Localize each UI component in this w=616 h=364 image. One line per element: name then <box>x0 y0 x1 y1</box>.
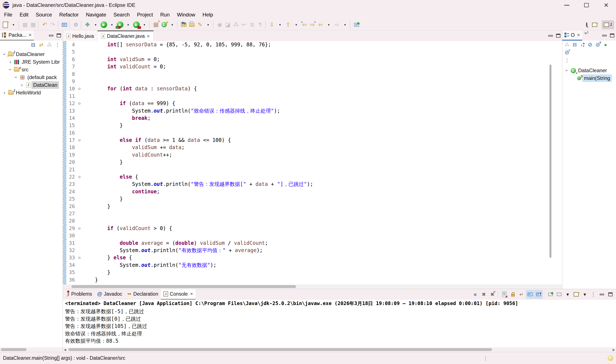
collapse-all-button[interactable]: ⊟ <box>571 41 579 48</box>
minimize-view-button[interactable] <box>598 290 606 299</box>
elements-button[interactable]: ⁂ <box>232 21 240 29</box>
debug-dropdown[interactable]: ▾ <box>92 21 100 29</box>
status-overflow-icon[interactable]: ⋮ <box>483 355 488 361</box>
code-line-31[interactable]: 31 double average = (double) validSum / … <box>63 239 562 247</box>
hide-static-members-button[interactable]: ⊘S <box>594 41 602 48</box>
code-line-14[interactable]: 14 break; <box>63 115 562 122</box>
code-line-19[interactable]: 19 validCount++; <box>63 151 562 158</box>
code-line-10[interactable]: 10⊖ for (int data : sensorData) { <box>63 85 562 92</box>
minimize-view-button[interactable] <box>47 30 55 40</box>
tree-item-datacleaner[interactable]: ›C▸DataCleaner <box>562 67 616 74</box>
forward-button[interactable]: ⇨ <box>333 21 341 29</box>
maximize-view-button[interactable] <box>55 30 63 40</box>
code-line-18[interactable]: 18 validSum += data; <box>63 144 562 151</box>
code-line-9[interactable]: 9 <box>63 78 562 85</box>
annotate-dropdown[interactable]: ▾ <box>204 21 212 29</box>
console-hscrollbar[interactable]: ◀ ▶ <box>63 347 616 352</box>
redo-button[interactable]: ↷ <box>49 21 57 29</box>
previous-annotation-button[interactable]: ⇧ <box>284 21 292 29</box>
code-line-21[interactable]: 21 <box>63 166 562 173</box>
menu-run[interactable]: Run <box>157 12 173 18</box>
coverage-button[interactable]: ▶ <box>116 21 124 29</box>
code-line-33[interactable]: 33⊖ } else { <box>63 254 562 261</box>
maximize-view-button[interactable] <box>608 30 616 40</box>
run-button[interactable]: ▶ <box>100 21 108 29</box>
console-output[interactable]: 警告：发现越界数据[-5]，已跳过警告：发现越界数据[0]，已跳过警告：发现越界… <box>63 307 616 347</box>
focus-button[interactable]: ⁂ <box>46 42 53 48</box>
save-all-button[interactable]: ▩ <box>29 21 37 29</box>
tree-item-src[interactable]: ›⊞src <box>0 66 63 74</box>
menu-navigate[interactable]: Navigate <box>82 12 110 18</box>
open-terminal-button[interactable] <box>60 21 68 29</box>
debug-button[interactable]: ❉ <box>83 21 92 29</box>
menu-source[interactable]: Source <box>32 12 56 18</box>
scrollbar-thumb[interactable] <box>68 348 492 351</box>
fold-collapse-icon[interactable]: ⊖ <box>76 225 82 232</box>
code-line-8[interactable]: 8 <box>63 70 562 78</box>
code-line-17[interactable]: 17⊖ else if (data >= 1 && data <= 100) { <box>63 136 562 144</box>
fold-collapse-icon[interactable]: ⊖ <box>76 136 82 144</box>
undo-button[interactable]: ↶ <box>41 21 49 29</box>
view-menu-button[interactable]: ⋮ <box>589 290 597 299</box>
tab-problems[interactable]: ▮⚠Problems <box>65 289 95 300</box>
hide-fields-button[interactable]: ⊘ <box>586 41 594 48</box>
collapse-all-button[interactable]: ⊟ <box>30 42 37 48</box>
mark-occurrences-button[interactable]: ⊘ <box>72 21 80 29</box>
hide-local-types-button[interactable]: ⊘L <box>563 49 571 56</box>
minimize-editor-button[interactable] <box>547 30 554 41</box>
terminate-button[interactable]: ■ <box>471 290 479 299</box>
show-console-on-error-button[interactable]: ✗ <box>535 290 542 299</box>
pin-editor-button[interactable] <box>353 21 361 29</box>
menu-project[interactable]: Project <box>134 12 157 18</box>
code-line-11[interactable]: 11 <box>63 92 562 100</box>
display-selected-console-button[interactable] <box>555 290 563 299</box>
scroll-right-icon[interactable]: ▶ <box>612 348 616 351</box>
window-close-button[interactable]: ✕ <box>596 0 616 10</box>
code-line-30[interactable]: 30 <box>63 232 562 239</box>
eraser-button[interactable]: ◪ <box>224 21 232 29</box>
open-task-button[interactable] <box>188 21 196 29</box>
code-line-25[interactable]: 25 } <box>63 195 562 203</box>
code-line-26[interactable]: 26 } <box>63 203 562 210</box>
show-whitespace-button[interactable]: ¶ <box>256 21 264 29</box>
package-explorer-hscrollbar[interactable] <box>0 347 63 352</box>
tree-item-jre-system-libr[interactable]: ›JRE System Libr <box>0 58 63 66</box>
code-line-35[interactable]: 35 } <box>63 269 562 276</box>
sort-button[interactable]: ↓az <box>579 41 586 48</box>
code-line-12[interactable]: 12⊖ if (data == 999) { <box>63 100 562 107</box>
external-tools-button[interactable]: ▶ <box>132 21 140 29</box>
window-minimize-button[interactable] <box>557 0 577 10</box>
annotate-button[interactable]: ✎ <box>196 21 204 29</box>
close-icon[interactable]: ✕ <box>577 33 580 37</box>
menu-search[interactable]: Search <box>110 12 134 18</box>
fold-collapse-icon[interactable]: ⊖ <box>76 85 82 92</box>
back-dropdown[interactable]: ▾ <box>325 21 333 29</box>
maximize-view-button[interactable] <box>607 290 614 299</box>
maximize-editor-button[interactable] <box>554 30 562 41</box>
clear-console-button[interactable] <box>501 290 508 299</box>
view-menu-button[interactable]: ⋮ <box>54 42 61 48</box>
next-annotation-dropdown[interactable]: ▾ <box>276 21 284 29</box>
window-maximize-button[interactable] <box>577 0 596 10</box>
menu-refactor[interactable]: Refactor <box>56 12 82 18</box>
tab-console[interactable]: JConsole✕ <box>161 289 196 300</box>
tab-package-explorer[interactable]: Packa... ✕ <box>0 30 34 40</box>
scrollbar-thumb[interactable] <box>71 285 296 288</box>
coverage-dropdown[interactable]: ▾ <box>124 21 132 29</box>
java-perspective-button[interactable]: J <box>602 21 614 29</box>
new-wizard-dropdown[interactable]: ▾ <box>9 21 17 29</box>
scroll-left-icon[interactable]: ◀ <box>63 348 67 351</box>
code-line-24[interactable]: 24 continue; <box>63 188 562 195</box>
tab-javadoc[interactable]: @Javadoc <box>95 289 125 300</box>
remove-launch-button[interactable]: ✖ <box>480 290 488 299</box>
editor-tab-hello-java[interactable]: JHello.java <box>63 30 97 41</box>
code-line-23[interactable]: 23 System.out.println("警告：发现越界数据[" + dat… <box>63 181 562 188</box>
last-edit-location-button[interactable]: ⇦✳ <box>300 21 308 29</box>
code-line-20[interactable]: 20 } <box>63 158 562 166</box>
code-line-34[interactable]: 34 System.out.println("无有效数据"); <box>63 261 562 269</box>
structure-button[interactable]: ≣ <box>248 21 256 29</box>
code-line-28[interactable]: 28 <box>63 217 562 224</box>
code-line-27[interactable]: 27 <box>63 210 562 217</box>
close-icon[interactable]: ✕ <box>147 34 150 39</box>
minimize-view-button[interactable] <box>601 30 608 40</box>
